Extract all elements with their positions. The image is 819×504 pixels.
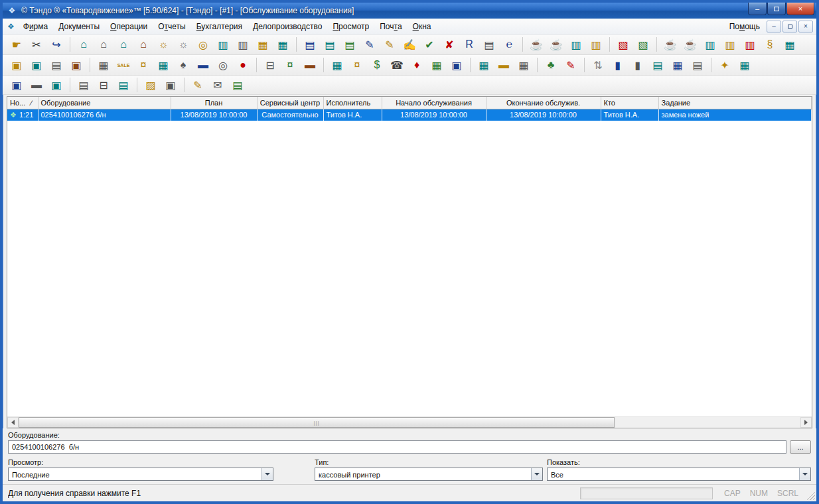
notebook-red-icon[interactable]: ▧ [615, 36, 631, 52]
app-icon[interactable]: ❖ [7, 5, 17, 16]
car-icon[interactable]: ▣ [48, 77, 64, 93]
terminal-icon[interactable]: ▣ [449, 57, 465, 73]
doc-stack-icon[interactable]: ▤ [690, 57, 706, 73]
barchart-icon[interactable]: ▮ [610, 57, 626, 73]
disconnect-icon[interactable]: ✂ [29, 36, 44, 52]
dollar-icon[interactable]: $ [369, 57, 385, 73]
clock-target-icon[interactable]: ◎ [195, 36, 211, 52]
monitor-icon[interactable]: ▦ [670, 57, 686, 73]
close-button[interactable]: × [786, 3, 814, 15]
column-header-plan[interactable]: План [171, 97, 257, 109]
mail-icon[interactable]: ✉ [210, 77, 226, 93]
scrollbar-track[interactable] [615, 417, 800, 428]
equipment-field[interactable]: 0254100106276 б/н [8, 440, 786, 454]
report-table-icon[interactable]: ▤ [76, 77, 92, 93]
counter-icon[interactable]: ▦ [155, 57, 171, 73]
column-header-service-start[interactable]: Начало обслуживания [382, 97, 486, 109]
scrollbar-thumb[interactable]: ||| [19, 417, 615, 428]
type-filter-combobox[interactable]: кассовый принтер [315, 468, 543, 481]
bank-account-icon[interactable]: ▥ [568, 36, 584, 52]
table-row[interactable]: ❖1:21 0254100106276 б/н 13/08/2019 10:00… [7, 109, 812, 121]
document-check-icon[interactable]: ▤ [342, 36, 358, 52]
column-header-who[interactable]: Кто [601, 97, 658, 109]
column-header-number[interactable]: Но...∕ [7, 97, 38, 109]
cell-who[interactable]: Титов Н.А. [601, 109, 658, 121]
equipment-more-button[interactable]: ... [790, 440, 811, 454]
menu-item-pochta[interactable]: Почта [374, 20, 407, 33]
box-in-icon[interactable]: ▣ [9, 57, 25, 73]
car-plate-icon[interactable]: ▣ [9, 77, 25, 93]
bank-gray-icon[interactable]: ▥ [235, 36, 251, 52]
registry-icon[interactable]: R [461, 36, 477, 52]
street-lamp-icon[interactable]: ☼ [175, 36, 191, 52]
reject-icon[interactable]: ✘ [441, 36, 457, 52]
column-header-service-center[interactable]: Сервисный центр [257, 97, 323, 109]
menu-item-otchety[interactable]: Отчеты [153, 20, 191, 33]
grid-icon[interactable]: ▦ [476, 57, 492, 73]
firm-home-icon[interactable]: ⌂ [76, 36, 92, 52]
doc-chart-icon[interactable]: ▤ [650, 57, 666, 73]
bank-icon[interactable]: ▥ [215, 36, 231, 52]
cell-executor[interactable]: Титов Н.А. [323, 109, 382, 121]
minimize-button[interactable]: – [748, 3, 767, 15]
menu-item-firma[interactable]: Фирма [18, 20, 53, 33]
restore-button[interactable] [767, 3, 786, 15]
partner-icon[interactable]: ☕ [662, 36, 678, 52]
client-icon[interactable]: ☕ [548, 36, 564, 52]
bank-gold-icon[interactable]: ▥ [722, 36, 738, 52]
mdi-restore-button[interactable] [782, 21, 797, 32]
menu-item-okna[interactable]: Окна [408, 20, 437, 33]
menu-item-dokumenty[interactable]: Документы [53, 20, 105, 33]
tools-icon[interactable]: ✦ [717, 57, 733, 73]
fortress-icon[interactable]: ▦ [255, 36, 271, 52]
cell-service-center[interactable]: Самостоятельно [257, 109, 323, 121]
mdi-close-button[interactable]: × [798, 21, 813, 32]
note-edit-icon[interactable]: ✎ [563, 57, 579, 73]
bank-transfer-icon[interactable]: ▥ [742, 36, 758, 52]
card-pay-icon[interactable]: ▬ [195, 57, 211, 73]
office-icon[interactable]: ⌂ [135, 36, 151, 52]
approve-icon[interactable]: ✔ [421, 36, 437, 52]
building-icon[interactable]: ▦ [275, 36, 291, 52]
print-receipt-icon[interactable]: ⊟ [262, 57, 278, 73]
cards-icon[interactable]: ♠ [175, 57, 191, 73]
lamp-icon[interactable]: ☼ [155, 36, 171, 52]
menu-item-deloproizvodstvo[interactable]: Делопроизводство [248, 20, 327, 33]
mdi-minimize-button[interactable]: – [767, 21, 781, 32]
bank-operations-icon[interactable]: ▥ [588, 36, 604, 52]
estate-icon[interactable]: ▦ [782, 36, 798, 52]
journal-icon[interactable]: ▤ [230, 77, 246, 93]
document-sign-icon[interactable]: ✍ [402, 36, 417, 52]
print-icon[interactable]: ⊟ [96, 77, 112, 93]
menu-item-buhgalteriya[interactable]: Бухгалтерия [191, 20, 248, 33]
resize-grip[interactable] [806, 491, 815, 500]
column-header-service-end[interactable]: Окончание обслужив. [486, 97, 601, 109]
search-icon[interactable]: ◎ [215, 57, 231, 73]
money-icon[interactable]: ¤ [135, 57, 151, 73]
chevron-down-icon[interactable] [531, 468, 542, 480]
cell-plan[interactable]: 13/08/2019 10:00:00 [171, 109, 257, 121]
cell-number[interactable]: ❖1:21 [7, 109, 38, 121]
edit-note-icon[interactable]: ✎ [190, 77, 206, 93]
cashbox-icon[interactable]: ▦ [329, 57, 345, 73]
sale-icon[interactable]: SALE [115, 57, 131, 73]
histogram-icon[interactable]: ▮ [630, 57, 646, 73]
document-icon[interactable]: ▤ [302, 36, 318, 52]
report-doc-icon[interactable]: ▤ [481, 36, 497, 52]
scroll-right-button[interactable] [800, 417, 812, 428]
chevron-down-icon[interactable] [261, 468, 273, 480]
column-header-task[interactable]: Задание [658, 97, 812, 109]
exit-icon[interactable]: ↪ [48, 36, 64, 52]
document-edit-icon[interactable]: ✎ [382, 36, 398, 52]
notebook-green-icon[interactable]: ▧ [635, 36, 651, 52]
cash-icon[interactable]: ¤ [282, 57, 298, 73]
calculator-icon[interactable]: ▦ [429, 57, 445, 73]
box-out-icon[interactable]: ▣ [29, 57, 44, 73]
cell-task[interactable]: замена ножей [658, 109, 812, 121]
mdi-child-icon[interactable]: ❖ [7, 22, 15, 31]
cell-service-start[interactable]: 13/08/2019 10:00:00 [382, 109, 486, 121]
cards-red-icon[interactable]: ♦ [409, 57, 425, 73]
warehouse-icon[interactable]: ⌂ [96, 36, 112, 52]
money-transfer-icon[interactable]: ¤ [349, 57, 365, 73]
view-filter-combobox[interactable]: Последние [8, 468, 273, 481]
